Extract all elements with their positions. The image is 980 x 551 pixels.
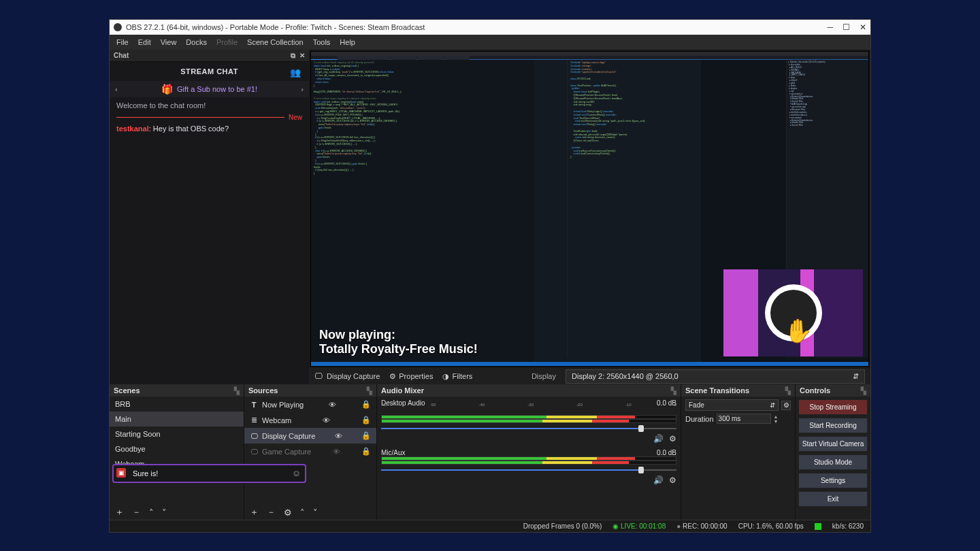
studio-mode-button[interactable]: Studio Mode [798,454,868,470]
maximize-button[interactable]: ☐ [843,22,850,32]
selected-source-label: Display Capture [327,372,380,380]
menubar: File Edit View Docks Profile Scene Colle… [110,35,870,50]
panel-handle-icon[interactable]: ▚ [367,387,372,395]
source-properties-button[interactable]: ⚙ [284,507,292,518]
dropped-frames: Dropped Frames 0 (0.0%) [523,522,602,530]
lock-toggle[interactable]: 🔒 [361,416,371,424]
scene-up-button[interactable]: ˄ [149,507,154,518]
settings-button[interactable]: Settings [798,473,868,488]
close-button[interactable]: ✕ [860,22,866,32]
cpu-fps: CPU: 1.6%, 60.00 fps [738,522,804,530]
lock-toggle[interactable]: 🔒 [361,431,371,440]
menu-help[interactable]: Help [340,38,355,46]
dock-popout-icon[interactable]: ⧉ [291,52,295,60]
scene-transitions-panel: Scene Transitions▚ Fade⇵ ⚙ Duration ▲▼ [681,384,796,520]
source-down-button[interactable]: ˅ [313,507,318,518]
stop-streaming-button[interactable]: Stop Streaming [798,399,868,415]
start-recording-button[interactable]: Start Recording [798,418,868,433]
transition-dropdown[interactable]: Fade⇵ [685,399,779,411]
preview-toolbar: 🖵 Display Capture ⚙Properties ◑Filters D… [309,368,870,384]
visibility-toggle[interactable]: 👁 [335,432,342,440]
now-playing-overlay: Now playing: Totally Royalty-Free Music! [319,328,478,356]
gift-prev-icon[interactable]: ‹ [115,85,118,93]
chat-input[interactable] [112,464,306,483]
scene-remove-button[interactable]: － [132,506,141,518]
visibility-toggle[interactable]: 👁 [329,401,336,409]
scene-add-button[interactable]: ＋ [115,506,124,518]
visibility-toggle[interactable]: 👁 [323,416,330,424]
duration-label: Duration [685,415,714,423]
duration-down-icon[interactable]: ▼ [774,419,779,424]
track-settings-icon[interactable]: ⚙ [669,475,676,485]
chat-welcome: Welcome to the chat room! [110,97,309,114]
new-divider-line [116,117,284,118]
gear-icon: ⚙ [389,372,396,381]
audio-meter [381,419,676,423]
duration-up-icon[interactable]: ▲ [774,414,779,419]
new-messages-label: New [289,114,302,121]
menu-file[interactable]: File [116,38,129,46]
source-up-button[interactable]: ˄ [300,507,305,518]
panel-handle-icon[interactable]: ▚ [671,387,676,395]
stream-chat-title: STREAM CHAT [180,67,238,76]
sources-title: Sources [248,386,278,395]
preview-area[interactable]: // auto vulkan hook registry init (if al… [310,51,869,367]
chat-username[interactable]: testkanal [116,124,149,133]
audio-track-mic: Mic/Aux0.0 dB 🔊⚙ [381,449,676,485]
chevron-updown-icon: ⇵ [853,372,859,381]
lock-toggle[interactable]: 🔒 [361,447,371,456]
controls-panel: Controls▚ Stop Streaming Start Recording… [796,384,870,520]
gift-banner-text[interactable]: Gift a Sub now to be #1! [177,85,257,93]
bitrate: kb/s: 6230 [832,522,864,530]
community-icon[interactable]: 👥 [290,67,301,78]
display-dropdown[interactable]: Display 2: 2560x1440 @ 2560,0⇵ [566,369,865,384]
menu-scene-collection[interactable]: Scene Collection [247,38,304,46]
track-db: 0.0 dB [657,449,676,456]
emote-picker-icon[interactable]: ☺ [292,468,301,478]
sources-list: T Now Playing 👁 🔒 ≣ Webcam 👁 🔒 � [244,397,376,505]
source-item-webcam[interactable]: ≣ Webcam 👁 🔒 [244,412,376,428]
menu-profile[interactable]: Profile [216,38,238,46]
source-remove-button[interactable]: － [267,506,276,518]
gift-icon: 🎁 [161,84,173,95]
mute-button[interactable]: 🔊 [653,434,664,444]
minimize-button[interactable]: ─ [827,22,833,32]
display-label: Display [532,372,556,380]
mute-button[interactable]: 🔊 [653,475,664,485]
transition-settings-button[interactable]: ⚙ [781,401,791,410]
sources-panel: Sources▚ T Now Playing 👁 🔒 ≣ Webcam 👁 [244,384,377,520]
rec-time: REC: 00:00:00 [683,522,728,530]
visibility-toggle[interactable]: 👁 [333,448,340,456]
chat-dock-title: Chat [114,52,129,59]
text-source-icon: T [250,401,258,409]
panel-handle-icon[interactable]: ▚ [785,387,791,395]
chat-message[interactable]: testkanal: Hey is that OBS code? [110,121,309,137]
volume-slider[interactable] [381,424,676,433]
source-add-button[interactable]: ＋ [250,506,259,518]
properties-button[interactable]: ⚙Properties [389,372,433,381]
menu-view[interactable]: View [161,38,177,46]
live-indicator-icon: ◉ [612,522,619,530]
menu-edit[interactable]: Edit [138,38,151,46]
exit-button[interactable]: Exit [798,491,868,507]
filters-icon: ◑ [442,372,449,381]
source-item-game-capture[interactable]: 🖵 Game Capture 👁 🔒 [244,444,376,459]
monitor-icon: 🖵 [314,371,323,381]
lock-toggle[interactable]: 🔒 [361,400,371,409]
panel-handle-icon[interactable]: ▚ [861,387,866,395]
track-settings-icon[interactable]: ⚙ [669,434,676,444]
obs-avatar-icon: ✋ [765,284,822,341]
duration-input[interactable] [717,414,771,424]
dock-close-icon[interactable]: ✕ [299,52,305,60]
source-item-now-playing[interactable]: T Now Playing 👁 🔒 [244,397,376,412]
scenes-title: Scenes [114,386,140,395]
gift-next-icon[interactable]: › [301,85,304,93]
chat-identity-badge[interactable]: ▣ [116,468,126,478]
filters-button[interactable]: ◑Filters [442,372,472,381]
volume-slider[interactable] [381,466,676,474]
scene-down-button[interactable]: ˅ [162,507,167,518]
start-virtual-camera-button[interactable]: Start Virtual Camera [798,436,868,452]
source-item-display-capture[interactable]: 🖵 Display Capture 👁 🔒 [244,428,376,444]
menu-tools[interactable]: Tools [313,38,331,46]
menu-docks[interactable]: Docks [186,38,207,46]
